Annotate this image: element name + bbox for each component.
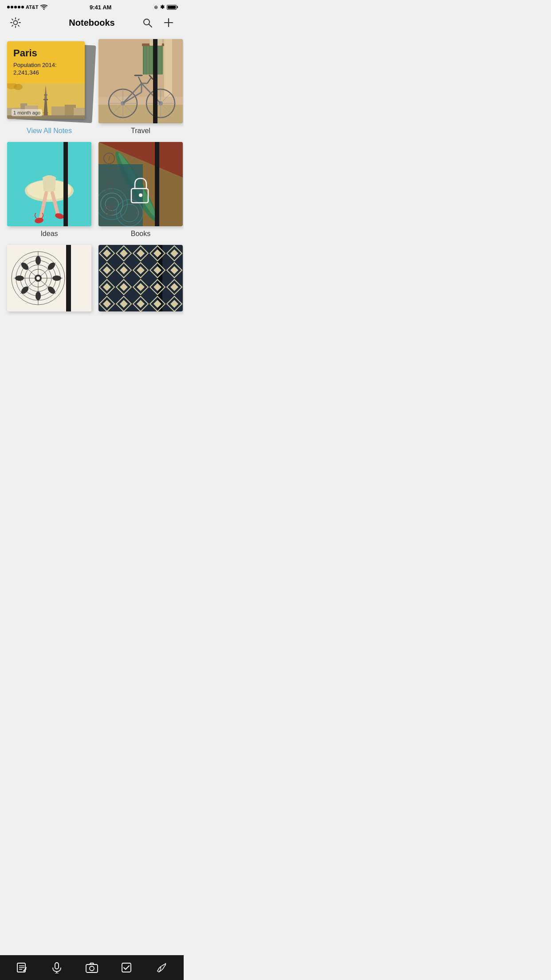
svg-point-83 bbox=[139, 193, 142, 197]
svg-point-1 bbox=[14, 21, 18, 25]
travel-cover bbox=[98, 39, 183, 123]
notebook-all-notes[interactable]: Paris Population 2014:2,241,346 bbox=[7, 39, 91, 135]
svg-rect-17 bbox=[43, 99, 48, 100]
search-icon bbox=[142, 17, 153, 28]
trash-button[interactable] bbox=[102, 202, 116, 218]
svg-point-99 bbox=[35, 256, 41, 265]
context-menu: i bbox=[101, 150, 117, 218]
status-time: 9:41 AM bbox=[90, 4, 111, 11]
status-right: ⊕ ✱ bbox=[154, 4, 177, 10]
signal-dots bbox=[7, 6, 24, 8]
all-notes-front-cover: Paris Population 2014:2,241,346 bbox=[7, 41, 85, 119]
bluetooth-icon: ✱ bbox=[160, 4, 165, 10]
svg-point-103 bbox=[35, 291, 41, 300]
header: Notebooks bbox=[0, 12, 184, 35]
nb6-illustration bbox=[98, 245, 183, 311]
settings-button[interactable] bbox=[8, 15, 23, 30]
header-right bbox=[149, 16, 176, 30]
ideas-label: Ideas bbox=[40, 230, 58, 238]
svg-text:i: i bbox=[108, 155, 110, 162]
svg-rect-25 bbox=[143, 43, 144, 75]
svg-point-101 bbox=[52, 276, 61, 281]
wifi-icon bbox=[40, 4, 47, 10]
notebook-travel[interactable]: Travel bbox=[98, 39, 183, 135]
view-all-notes-link[interactable]: View All Notes bbox=[27, 127, 72, 135]
ideas-strap bbox=[63, 142, 68, 226]
svg-point-105 bbox=[15, 276, 24, 281]
paris-subtitle: Population 2014:2,241,346 bbox=[13, 62, 79, 77]
nb6-cover bbox=[98, 245, 183, 311]
notebook-ideas[interactable]: i bbox=[7, 142, 91, 238]
svg-point-8 bbox=[14, 84, 23, 90]
ideas-wrapper: i bbox=[7, 142, 91, 226]
svg-rect-113 bbox=[98, 245, 183, 311]
nb5-illustration bbox=[7, 245, 91, 311]
svg-line-3 bbox=[149, 24, 152, 28]
svg-rect-66 bbox=[105, 183, 113, 189]
notebook-nb6[interactable] bbox=[98, 245, 183, 311]
all-notes-cover: Paris Population 2014:2,241,346 bbox=[7, 39, 91, 123]
carrier-label: AT&T bbox=[26, 4, 39, 10]
ideas-illustration bbox=[7, 142, 91, 226]
plus-icon bbox=[163, 17, 174, 28]
battery-icon bbox=[167, 5, 177, 10]
info-button[interactable]: i bbox=[101, 150, 117, 166]
trash-icon bbox=[104, 204, 114, 216]
notebook-nb5[interactable] bbox=[7, 245, 91, 311]
paris-timestamp: 1 month ago bbox=[12, 109, 42, 116]
svg-point-108 bbox=[36, 276, 40, 280]
status-left: AT&T bbox=[7, 4, 47, 10]
gear-icon bbox=[10, 17, 21, 28]
svg-rect-30 bbox=[158, 43, 159, 75]
svg-rect-18 bbox=[44, 94, 47, 95]
books-label: Books bbox=[131, 230, 150, 238]
svg-rect-85 bbox=[66, 245, 71, 311]
notebooks-grid: Paris Population 2014:2,241,346 bbox=[0, 35, 184, 319]
lock-button[interactable] bbox=[102, 176, 116, 192]
travel-label: Travel bbox=[131, 127, 150, 135]
page-title: Notebooks bbox=[35, 18, 149, 28]
travel-strap bbox=[153, 39, 157, 123]
paris-title: Paris bbox=[13, 47, 79, 59]
books-strap bbox=[155, 142, 159, 226]
add-button[interactable] bbox=[161, 16, 176, 30]
search-button[interactable] bbox=[140, 16, 154, 30]
travel-illustration bbox=[98, 39, 183, 123]
header-left bbox=[8, 15, 35, 30]
lock-rotation-icon: ⊕ bbox=[154, 4, 158, 10]
lock-icon bbox=[104, 178, 114, 190]
nb5-cover bbox=[7, 245, 91, 311]
svg-rect-19 bbox=[44, 108, 47, 109]
info-icon: i bbox=[103, 152, 115, 165]
svg-rect-26 bbox=[146, 43, 147, 75]
status-bar: AT&T 9:41 AM ⊕ ✱ bbox=[0, 0, 184, 12]
svg-rect-34 bbox=[164, 39, 172, 97]
svg-rect-20 bbox=[43, 112, 48, 113]
svg-rect-27 bbox=[149, 43, 150, 75]
ideas-cover bbox=[7, 142, 91, 226]
svg-rect-31 bbox=[161, 43, 162, 75]
